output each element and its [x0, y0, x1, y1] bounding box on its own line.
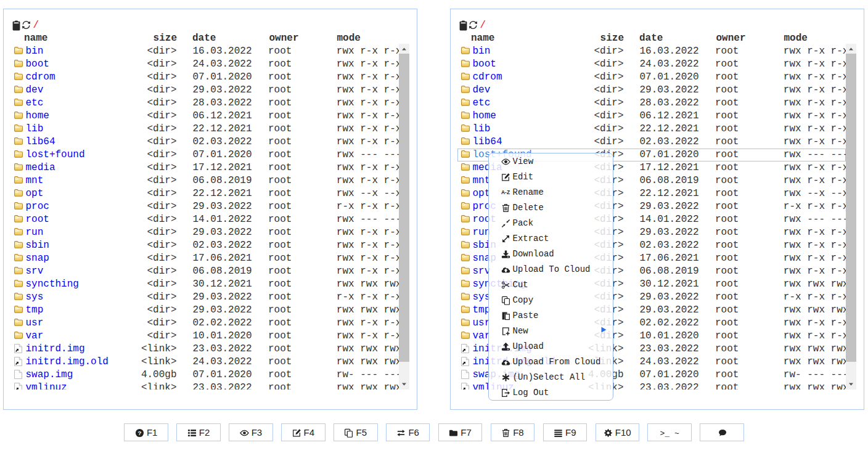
svg-text:A-Z: A-Z — [501, 189, 510, 195]
svg-text:?: ? — [137, 430, 141, 436]
